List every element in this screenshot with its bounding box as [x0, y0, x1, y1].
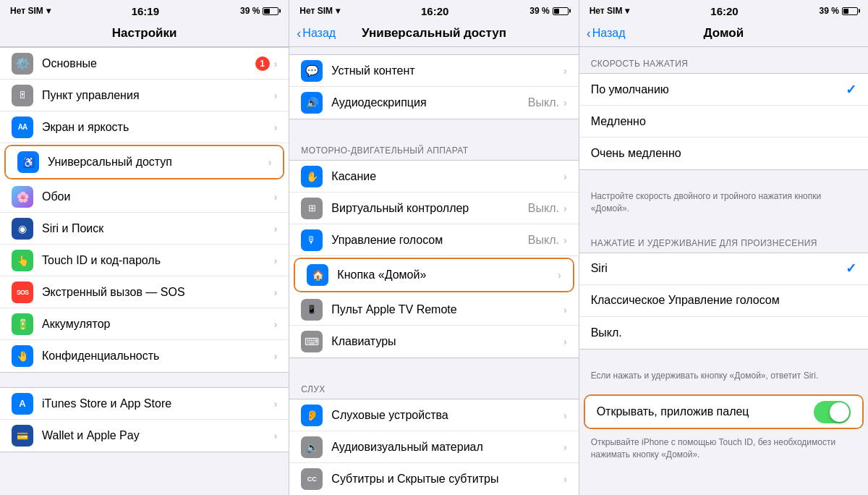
- battery-percent-1: 39 %: [240, 6, 260, 16]
- row-subtitles[interactable]: CC Субтитры и Скрытые субтитры ›: [289, 463, 578, 495]
- row-wallet[interactable]: 💳 Wallet и Apple Pay ›: [0, 420, 289, 452]
- label-audiodesc: Аудиодескрипция: [331, 96, 528, 109]
- row-wallpaper[interactable]: 🌸 Обои ›: [0, 181, 289, 213]
- label-press-voice: Классическое Управление голосом: [591, 294, 856, 307]
- icon-keyboards: ⌨: [301, 331, 323, 352]
- badge-general: 1: [255, 56, 270, 71]
- back-button-2[interactable]: ‹ Назад: [297, 26, 336, 41]
- row-general[interactable]: ⚙️ Основные 1 ›: [0, 48, 289, 80]
- row-press-voice[interactable]: Классическое Управление голосом: [579, 285, 868, 317]
- section-header-motor: МОТОРНО-ДВИГАТЕЛЬНЫЙ АППАРАТ: [289, 134, 578, 160]
- label-accessibility: Универсальный доступ: [48, 156, 268, 169]
- row-itunes[interactable]: A iTunes Store и App Store ›: [0, 388, 289, 420]
- icon-subtitles: CC: [301, 468, 323, 490]
- row-hearing[interactable]: 👂 Слуховые устройства ›: [289, 399, 578, 431]
- settings-group-stores: A iTunes Store и App Store › 💳 Wallet и …: [0, 387, 289, 452]
- row-switch[interactable]: ⊞ Виртуальный контроллер Выкл. ›: [289, 192, 578, 224]
- row-display[interactable]: AA Экран и яркость ›: [0, 111, 289, 143]
- label-speed-default: По умолчанию: [591, 83, 846, 96]
- row-siri[interactable]: ◉ Siri и Поиск ›: [0, 213, 289, 245]
- label-keyboards: Клавиатуры: [331, 335, 563, 348]
- row-speed-very-slow[interactable]: Очень медленно: [579, 138, 868, 169]
- back-chevron-3: ‹: [587, 26, 591, 41]
- status-left-3: Нет SIM ▾: [590, 6, 630, 16]
- settings-list-3: СКОРОСТЬ НАЖАТИЯ По умолчанию ✓ Медленно…: [579, 47, 868, 495]
- icon-control-center: 🎚: [12, 85, 33, 106]
- nav-bar-2: ‹ Назад Универсальный доступ: [289, 20, 578, 47]
- row-battery[interactable]: 🔋 Аккумулятор ›: [0, 308, 289, 340]
- selected-home-wrapper: 🏠 Кнопка «Домой» ›: [294, 258, 574, 292]
- footer-speed: Настройте скорость двойного и тройного н…: [579, 185, 868, 227]
- chevron-touchid: ›: [274, 255, 278, 266]
- check-speed-default: ✓: [846, 82, 856, 98]
- label-itunes: iTunes Store и App Store: [42, 397, 274, 410]
- icon-hearing: 👂: [301, 405, 323, 426]
- row-toggle-finger[interactable]: Открывать, приложив палец: [585, 396, 862, 428]
- label-privacy: Конфиденциальность: [42, 350, 274, 363]
- row-home-button[interactable]: 🏠 Кнопка «Домой» ›: [295, 259, 572, 291]
- row-press-off[interactable]: Выкл.: [579, 317, 868, 349]
- chevron-wallpaper: ›: [274, 191, 278, 203]
- status-bar-3: Нет SIM ▾ 16:20 39 %: [579, 0, 868, 20]
- icon-privacy: 🤚: [12, 345, 33, 367]
- label-wallpaper: Обои: [42, 190, 274, 203]
- back-chevron-2: ‹: [297, 26, 301, 41]
- battery-icon-3: [842, 7, 858, 15]
- row-press-siri[interactable]: Siri ✓: [579, 253, 868, 285]
- row-audiodesc[interactable]: 🔊 Аудиодескрипция Выкл. ›: [289, 87, 578, 119]
- time-2: 16:20: [421, 5, 448, 17]
- group-press: Siri ✓ Классическое Управление голосом В…: [579, 253, 868, 350]
- status-left-1: Нет SIM ▾: [10, 6, 51, 16]
- row-touchid[interactable]: 👆 Touch ID и код-пароль ›: [0, 245, 289, 276]
- section-header-hearing: СЛУХ: [289, 373, 578, 399]
- row-accessibility[interactable]: ♿ Универсальный доступ ›: [6, 146, 283, 178]
- icon-siri: ◉: [12, 218, 33, 240]
- wifi-icon-3: ▾: [625, 6, 629, 16]
- label-switch: Виртуальный контроллер: [331, 202, 528, 215]
- chevron-audiodesc: ›: [563, 97, 567, 109]
- icon-av: 🔈: [301, 436, 323, 458]
- label-toggle-finger: Открывать, приложив палец: [597, 405, 814, 418]
- icon-voice: 🎙: [301, 229, 323, 251]
- page-title-1: Настройки: [112, 26, 177, 41]
- row-control-center[interactable]: 🎚 Пункт управления ›: [0, 80, 289, 111]
- row-av[interactable]: 🔈 Аудиовизуальный материал ›: [289, 431, 578, 463]
- panel-settings: Нет SIM ▾ 16:19 39 % Настройки ⚙️ Основн…: [0, 0, 289, 495]
- row-sos[interactable]: SOS Экстренный вызов — SOS ›: [0, 276, 289, 308]
- row-spoken[interactable]: 💬 Устный контент ›: [289, 55, 578, 87]
- battery-percent-3: 39 %: [820, 6, 839, 16]
- row-keyboards[interactable]: ⌨ Клавиатуры ›: [289, 326, 578, 358]
- label-speed-slow: Медленно: [591, 115, 856, 128]
- label-home-button: Кнопка «Домой»: [337, 268, 558, 282]
- label-control-center: Пункт управления: [42, 89, 274, 102]
- chevron-wallet: ›: [274, 430, 278, 441]
- selected-accessibility-wrapper: ♿ Универсальный доступ ›: [4, 145, 284, 179]
- row-speed-default[interactable]: По умолчанию ✓: [579, 74, 868, 106]
- label-touchid: Touch ID и код-пароль: [42, 254, 274, 267]
- battery-icon-1: [263, 7, 278, 15]
- label-sos: Экстренный вызов — SOS: [42, 286, 274, 299]
- label-touch: Касание: [331, 170, 563, 183]
- icon-spoken: 💬: [301, 60, 323, 82]
- icon-accessibility: ♿: [17, 151, 39, 173]
- row-privacy[interactable]: 🤚 Конфиденциальность ›: [0, 340, 289, 372]
- toggle-finger[interactable]: [814, 401, 851, 423]
- section-header-speed: СКОРОСТЬ НАЖАТИЯ: [579, 47, 868, 73]
- selected-toggle-wrapper: Открывать, приложив палец: [584, 394, 864, 429]
- value-switch: Выкл.: [528, 202, 559, 215]
- label-speed-very-slow: Очень медленно: [591, 147, 856, 160]
- time-1: 16:19: [132, 5, 159, 17]
- row-speed-slow[interactable]: Медленно: [579, 106, 868, 138]
- settings-group-main: ⚙️ Основные 1 › 🎚 Пункт управления › AA …: [0, 47, 289, 373]
- row-touch[interactable]: ✋ Касание ›: [289, 161, 578, 192]
- row-voice[interactable]: 🎙 Управление голосом Выкл. ›: [289, 224, 578, 256]
- row-apple-tv[interactable]: 📱 Пульт Apple TV Remote ›: [289, 294, 578, 326]
- label-press-siri: Siri: [591, 262, 846, 275]
- status-bar-2: Нет SIM ▾ 16:20 39 %: [289, 0, 578, 20]
- back-button-3[interactable]: ‹ Назад: [587, 26, 626, 41]
- icon-audiodesc: 🔊: [301, 92, 323, 114]
- chevron-subtitles: ›: [563, 473, 567, 485]
- chevron-battery: ›: [274, 318, 278, 330]
- chevron-itunes: ›: [274, 398, 278, 410]
- battery-percent-2: 39 %: [529, 6, 549, 16]
